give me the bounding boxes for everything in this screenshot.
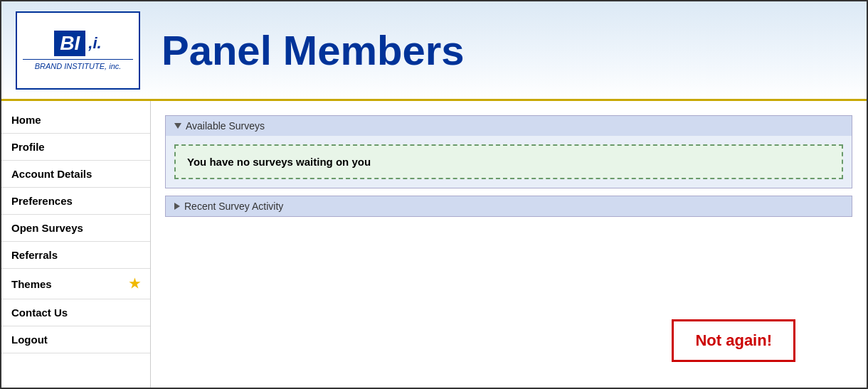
sidebar-item-home[interactable]: Home xyxy=(1,107,150,134)
sidebar-item-label: Account Details xyxy=(11,168,92,180)
sidebar-item-logout[interactable]: Logout xyxy=(1,326,150,353)
logo: BI ,i. BRAND INSTITUTE, inc. xyxy=(16,11,140,90)
available-surveys-section: Available Surveys You have no surveys wa… xyxy=(165,115,852,188)
recent-activity-section: Recent Survey Activity xyxy=(165,196,852,217)
recent-activity-header[interactable]: Recent Survey Activity xyxy=(166,196,852,216)
content-area: Available Surveys You have no surveys wa… xyxy=(151,101,867,389)
sidebar-item-label: Referrals xyxy=(11,249,58,261)
survey-content: You have no surveys waiting on you xyxy=(166,136,852,188)
sidebar-item-label: Preferences xyxy=(11,195,73,207)
sidebar-item-preferences[interactable]: Preferences xyxy=(1,188,150,215)
recent-activity-label: Recent Survey Activity xyxy=(184,201,283,212)
logo-bi-text: BI xyxy=(54,31,85,56)
sidebar-item-account-details[interactable]: Account Details xyxy=(1,161,150,188)
star-icon: ★ xyxy=(129,276,140,292)
sidebar-item-label: Home xyxy=(11,114,41,126)
available-surveys-header[interactable]: Available Surveys xyxy=(166,116,852,136)
sidebar-item-contact-us[interactable]: Contact Us xyxy=(1,299,150,326)
header: BI ,i. BRAND INSTITUTE, inc. Panel Membe… xyxy=(1,1,867,101)
main-layout: Home Profile Account Details Preferences… xyxy=(1,101,867,389)
sidebar-item-label: Logout xyxy=(11,334,48,346)
logo-brand-text: BRAND INSTITUTE, inc. xyxy=(23,59,133,70)
page-title: Panel Members xyxy=(162,26,465,74)
collapse-icon xyxy=(174,123,181,129)
sidebar-item-label: Contact Us xyxy=(11,307,68,319)
sidebar-item-referrals[interactable]: Referrals xyxy=(1,242,150,269)
sidebar-item-themes[interactable]: Themes ★ xyxy=(1,269,150,299)
not-again-button[interactable]: Not again! xyxy=(672,319,795,362)
logo-i-text: ,i. xyxy=(88,34,101,53)
expand-icon xyxy=(174,203,180,210)
sidebar-item-profile[interactable]: Profile xyxy=(1,134,150,161)
sidebar-item-open-surveys[interactable]: Open Surveys xyxy=(1,215,150,242)
sidebar: Home Profile Account Details Preferences… xyxy=(1,101,151,389)
sidebar-item-label: Open Surveys xyxy=(11,222,83,234)
logo-top: BI ,i. xyxy=(54,31,101,56)
sidebar-item-label: Profile xyxy=(11,141,45,153)
no-surveys-message: You have no surveys waiting on you xyxy=(174,144,843,179)
sidebar-item-label: Themes xyxy=(11,278,52,290)
available-surveys-label: Available Surveys xyxy=(186,120,265,132)
